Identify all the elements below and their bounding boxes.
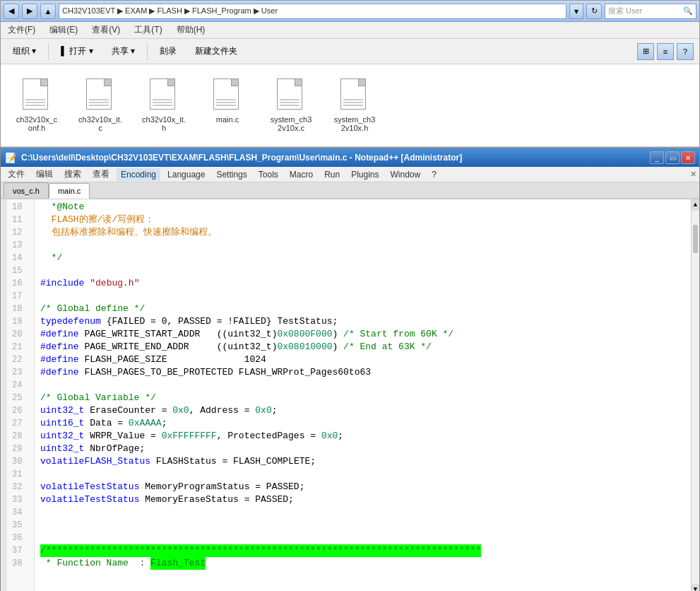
line-number: 38 (12, 557, 28, 570)
minimize-button[interactable]: _ (650, 151, 664, 164)
line-number: 16 (12, 277, 28, 290)
line-number: 18 (12, 303, 28, 315)
menu-language[interactable]: Language (163, 168, 209, 181)
view-toggle-1[interactable]: ⊞ (637, 43, 654, 60)
code-line: /***************************************… (40, 544, 685, 557)
line-numbers: 1011121314151617181920212223242526272829… (6, 199, 35, 591)
notepad-editor: 1011121314151617181920212223242526272829… (1, 199, 699, 591)
menu-view[interactable]: 查看(V) (88, 23, 124, 37)
file-icon (340, 78, 369, 112)
back-button[interactable]: ◀ (4, 4, 19, 19)
notepad-app-icon: 📝 (5, 152, 17, 163)
menu-settings[interactable]: Settings (212, 168, 251, 181)
notepad-title: C:\Users\dell\Desktop\CH32V103EVT\EXAM\F… (21, 153, 462, 163)
code-line: /* Global Variable */ (40, 392, 685, 404)
menu-macro[interactable]: Macro (285, 168, 317, 181)
file-icon-body (340, 78, 366, 110)
search-icon: 🔍 (683, 6, 693, 16)
new-folder-button[interactable]: 新建文件夹 (189, 42, 244, 60)
code-line: typedef enum {FAILED = 0, PASSED = !FAIL… (40, 315, 685, 328)
line-number: 30 (12, 455, 28, 468)
code-line: */ (40, 252, 685, 264)
menu-run[interactable]: Run (320, 168, 344, 181)
restore-button[interactable]: ▭ (665, 151, 680, 164)
code-line (40, 379, 685, 392)
file-label: system_ch32v10x.h (333, 115, 376, 132)
file-item[interactable]: main.c (203, 76, 252, 127)
vertical-scrollbar[interactable]: ▲ ▼ (691, 199, 699, 591)
notepad-window: 📝 C:\Users\dell\Desktop\CH32V103EVT\EXAM… (0, 148, 700, 591)
code-line: #define PAGE_WRITE_START_ADDR ((uint32_t… (40, 328, 685, 341)
file-icon-body (213, 78, 239, 110)
tab-main-c[interactable]: main.c (49, 183, 90, 199)
explorer-menubar: 文件(F) 编辑(E) 查看(V) 工具(T) 帮助(H) (1, 22, 699, 39)
search-placeholder: 搜索 User (608, 6, 642, 16)
file-icon (23, 78, 51, 112)
menu-tools[interactable]: Tools (254, 168, 283, 181)
engrave-button[interactable]: 刻录 (153, 42, 183, 60)
explorer-titlebar: ◀ ▶ ▲ CH32V103EVT ▶ EXAM ▶ FLASH ▶ FLASH… (1, 1, 699, 22)
open-button[interactable]: ▌ 打开 ▾ (54, 42, 99, 60)
file-item[interactable]: system_ch32v10x.h (330, 76, 379, 135)
organize-button[interactable]: 组织 ▾ (6, 42, 42, 60)
close-menu-btn[interactable]: ✕ (690, 170, 696, 179)
scrollbar-down[interactable]: ▼ (692, 584, 699, 591)
file-icon-fold (40, 79, 47, 86)
code-line: uint32_t WRPR_Value = 0xFFFFFFFF, Protec… (40, 430, 685, 443)
line-number: 23 (12, 366, 28, 379)
file-icon-fold (358, 79, 365, 86)
file-item[interactable]: system_ch32v10x.c (266, 76, 316, 135)
code-line: uint32_t EraseCounter = 0x0, Address = 0… (40, 404, 685, 417)
code-line (40, 290, 685, 303)
line-number: 29 (12, 443, 28, 455)
code-line: #define PAGE_WRITE_END_ADDR ((uint32_t)0… (40, 341, 685, 353)
code-line: #include "debug.h" (40, 277, 685, 290)
menu-edit[interactable]: 编辑 (32, 167, 57, 182)
menu-tools[interactable]: 工具(T) (130, 23, 166, 37)
tab-label-vos: vos_c.h (13, 187, 40, 195)
menu-plugins[interactable]: Plugins (347, 168, 383, 181)
scrollbar-up[interactable]: ▲ (692, 199, 699, 211)
refresh-button[interactable]: ↻ (586, 4, 602, 19)
file-label: ch32v10x_conf.h (15, 115, 59, 132)
file-item[interactable]: ch32v10x_it.h (139, 76, 189, 135)
close-button[interactable]: ✕ (681, 151, 695, 164)
menu-window[interactable]: Window (386, 168, 425, 181)
line-number: 28 (12, 430, 28, 443)
tab-vos-c-h[interactable]: vos_c.h (4, 182, 49, 198)
menu-edit[interactable]: 编辑(E) (45, 23, 82, 37)
line-number: 26 (12, 404, 28, 417)
line-number: 31 (12, 468, 28, 481)
code-area[interactable]: *@Note FLASH的擦/读/写例程： 包括标准擦除和编程、快速擦除和编程。… (35, 199, 691, 591)
view-toggle-2[interactable]: ≡ (657, 43, 674, 60)
address-bar[interactable]: CH32V103EVT ▶ EXAM ▶ FLASH ▶ FLASH_Progr… (59, 4, 566, 19)
menu-search[interactable]: 搜索 (60, 167, 85, 182)
menu-file[interactable]: 文件 (4, 167, 29, 182)
menu-help[interactable]: ? (427, 168, 441, 181)
scrollbar-thumb[interactable] (693, 225, 698, 253)
toolbar-sep-1 (48, 43, 49, 60)
line-number: 21 (12, 341, 28, 353)
search-bar[interactable]: 搜索 User 🔍 (605, 4, 696, 19)
file-icon-body (150, 78, 175, 110)
share-button[interactable]: 共享 ▾ (105, 42, 141, 60)
notepad-menubar: 文件 编辑 搜索 查看 Encoding Language Settings T… (1, 167, 699, 182)
menu-encoding[interactable]: Encoding (117, 168, 160, 181)
view-help[interactable]: ? (677, 43, 694, 60)
up-button[interactable]: ▲ (40, 4, 56, 19)
code-line: volatile TestStatus MemoryProgramStatus … (40, 481, 685, 493)
forward-button[interactable]: ▶ (22, 4, 37, 19)
menu-view[interactable]: 查看 (88, 167, 114, 182)
menu-file[interactable]: 文件(F) (4, 23, 40, 37)
file-icon (86, 78, 114, 112)
notepad-titlebar: 📝 C:\Users\dell\Desktop\CH32V103EVT\EXAM… (1, 148, 699, 167)
file-item[interactable]: ch32v10x_it.c (76, 76, 125, 135)
address-dropdown[interactable]: ▾ (569, 4, 583, 19)
menu-help[interactable]: 帮助(H) (172, 23, 210, 37)
file-item[interactable]: ch32v10x_conf.h (12, 76, 61, 135)
line-number: 36 (12, 532, 28, 544)
code-line: #define FLASH_PAGES_TO_BE_PROTECTED FLAS… (40, 366, 685, 379)
code-line (40, 264, 685, 277)
code-line (40, 506, 685, 519)
toolbar-right: ⊞ ≡ ? (637, 43, 694, 60)
